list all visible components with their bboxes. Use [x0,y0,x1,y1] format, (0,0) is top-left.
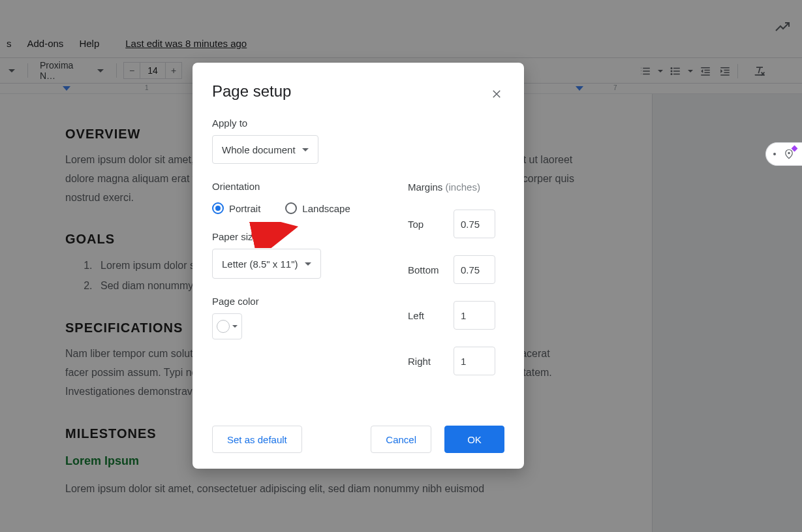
page-color-label: Page color [212,296,408,307]
margin-bottom-input[interactable] [454,255,495,284]
paper-size-select[interactable]: Letter (8.5" x 11") [212,249,321,279]
apply-to-select[interactable]: Whole document [212,135,318,164]
radio-label: Landscape [302,203,350,214]
radio-icon [285,202,297,214]
margin-right-input[interactable] [454,347,495,375]
margin-left-input[interactable] [454,301,495,330]
dot-icon [773,153,776,155]
margin-top-label: Top [408,219,454,230]
close-icon[interactable] [489,86,504,102]
svg-point-16 [788,152,790,154]
explore-icon [783,148,795,160]
chevron-down-icon [302,148,309,151]
radio-label: Portrait [229,203,260,214]
dialog-title: Page setup [212,82,504,101]
paper-size-value: Letter (8.5" x 11") [222,258,298,270]
margin-top-input[interactable] [454,210,495,238]
orientation-landscape-radio[interactable]: Landscape [285,202,350,214]
color-swatch-icon [217,320,230,333]
explore-badge[interactable] [765,142,802,166]
set-default-button[interactable]: Set as default [212,426,302,453]
orientation-portrait-radio[interactable]: Portrait [212,202,260,214]
margins-label: Margins (inches) [408,181,504,193]
paper-size-label: Paper size [212,231,408,242]
apply-to-value: Whole document [222,144,296,155]
margin-right-label: Right [408,356,454,367]
margin-bottom-label: Bottom [408,264,454,275]
orientation-label: Orientation [212,181,408,192]
radio-icon [212,202,224,214]
cancel-button[interactable]: Cancel [371,426,431,453]
page-color-select[interactable] [212,313,242,339]
chevron-down-icon [305,262,311,266]
ok-button[interactable]: OK [444,426,504,453]
page-setup-dialog: Page setup Apply to Whole document Orien… [193,63,524,469]
apply-to-label: Apply to [212,117,408,129]
margin-left-label: Left [408,310,454,321]
chevron-down-icon [232,325,238,328]
